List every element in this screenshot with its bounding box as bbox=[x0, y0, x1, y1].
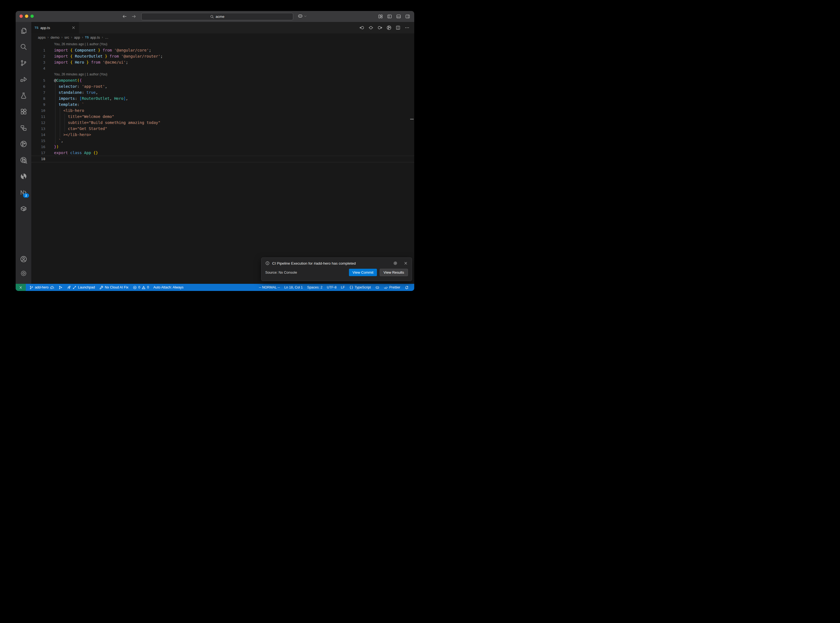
line-number[interactable]: 4 bbox=[31, 66, 45, 71]
code-line-2[interactable]: 2import { RouterOutlet } from '@angular/… bbox=[31, 53, 414, 59]
line-number[interactable]: 8 bbox=[31, 97, 45, 101]
activitybar-item-manage[interactable] bbox=[15, 266, 31, 281]
statusbar-launchpad[interactable]: Launchpad bbox=[65, 284, 97, 291]
toggle-panel-icon[interactable] bbox=[396, 14, 401, 19]
line-number[interactable]: 14 bbox=[31, 133, 45, 137]
line-number[interactable]: 11 bbox=[31, 115, 45, 119]
code-line-12[interactable]: 12 subtitle="Build something amazing tod… bbox=[31, 120, 414, 126]
activitybar-item-gitlens[interactable] bbox=[15, 136, 31, 152]
line-number[interactable]: 3 bbox=[31, 60, 45, 64]
breadcrumb-item-apps[interactable]: apps bbox=[38, 35, 46, 40]
line-number[interactable]: 17 bbox=[31, 151, 45, 155]
code-line-1[interactable]: 1import { Component } from '@angular/cor… bbox=[31, 47, 414, 53]
code-line-10[interactable]: 10 <lib-hero bbox=[31, 107, 414, 114]
code-line-9[interactable]: 9 template: ` bbox=[31, 101, 414, 107]
remote-indicator[interactable] bbox=[15, 284, 26, 291]
git-blame-annotation[interactable]: You, 26 minutes ago | 1 author (You) bbox=[31, 71, 414, 77]
activitybar-item-source-control[interactable] bbox=[15, 55, 31, 71]
code-line-17[interactable]: 17export class App {} bbox=[31, 150, 414, 156]
git-blame-annotation[interactable]: You, 26 minutes ago | 1 author (You) bbox=[31, 41, 414, 47]
line-number[interactable]: 16 bbox=[31, 145, 45, 149]
statusbar-eol[interactable]: LF bbox=[339, 284, 347, 291]
statusbar-encoding[interactable]: UTF-8 bbox=[324, 284, 338, 291]
line-number[interactable]: 5 bbox=[31, 78, 45, 83]
notification-close-icon[interactable] bbox=[404, 261, 408, 265]
breadcrumb-item-app[interactable]: app bbox=[74, 35, 80, 40]
activitybar-item-run-and-debug[interactable] bbox=[15, 71, 31, 87]
close-tab-icon[interactable] bbox=[71, 26, 76, 30]
activitybar-item-gitlens-inspect[interactable] bbox=[15, 152, 31, 168]
line-number[interactable]: 2 bbox=[31, 54, 45, 58]
code-line-3[interactable]: 3import { Hero } from '@acme/ui'; bbox=[31, 59, 414, 65]
code-line-15[interactable]: 15 `, bbox=[31, 138, 414, 144]
next-change-icon[interactable] bbox=[378, 25, 382, 30]
customize-layout-icon[interactable] bbox=[378, 14, 383, 19]
line-content: template: ` bbox=[45, 102, 84, 107]
code-line-4[interactable]: 4 bbox=[31, 65, 414, 71]
close-window-button[interactable] bbox=[20, 15, 23, 18]
activitybar-item-search[interactable] bbox=[15, 39, 31, 55]
statusbar-nx-cloud-ai-fix[interactable]: Nx Cloud AI Fix bbox=[97, 284, 131, 291]
forward-icon[interactable] bbox=[131, 14, 136, 19]
activitybar-item-extensions[interactable] bbox=[15, 103, 31, 120]
line-number[interactable]: 13 bbox=[31, 127, 45, 131]
toggle-primary-sidebar-icon[interactable] bbox=[387, 14, 392, 19]
line-number[interactable]: 12 bbox=[31, 121, 45, 125]
statusbar-language-mode[interactable]: {}TypeScript bbox=[347, 284, 373, 291]
line-number[interactable]: 18 bbox=[31, 157, 45, 161]
activitybar-item-explorer[interactable] bbox=[15, 23, 31, 39]
statusbar-indentation[interactable]: Spaces: 2 bbox=[305, 284, 325, 291]
code-line-5[interactable]: 5@Component({ bbox=[31, 77, 414, 83]
statusbar-commit-graph[interactable] bbox=[56, 284, 65, 291]
breadcrumb-item-demo[interactable]: demo bbox=[51, 35, 60, 40]
line-number[interactable]: 7 bbox=[31, 91, 45, 95]
code-line-16[interactable]: 16}) bbox=[31, 144, 414, 150]
code-line-8[interactable]: 8 imports: [RouterOutlet, Hero], bbox=[31, 95, 414, 101]
statusbar-formatter[interactable]: Prettier bbox=[382, 284, 402, 291]
breadcrumb-file[interactable]: TSapp.ts bbox=[85, 35, 100, 40]
statusbar-cursor-position[interactable]: Ln 18, Col 1 bbox=[282, 284, 305, 291]
commit-graph-icon[interactable] bbox=[387, 25, 392, 30]
copilot-menu[interactable] bbox=[298, 14, 307, 18]
open-changes-icon[interactable] bbox=[369, 25, 373, 30]
code-line-7[interactable]: 7 standalone: true, bbox=[31, 89, 414, 95]
code-line-18[interactable]: 18 bbox=[31, 156, 414, 162]
line-number[interactable]: 1 bbox=[31, 48, 45, 52]
code-line-6[interactable]: 6 selector: 'app-root', bbox=[31, 83, 414, 89]
activitybar-item-container-tools[interactable] bbox=[15, 201, 31, 216]
code-line-11[interactable]: 11 title="Welcmoe demo" bbox=[31, 114, 414, 120]
activitybar-item-project-graph[interactable] bbox=[15, 120, 31, 136]
breadcrumb-item-src[interactable]: src bbox=[64, 35, 69, 40]
code-line-14[interactable]: 14 ></lib-hero> bbox=[31, 132, 414, 138]
toggle-secondary-sidebar-icon[interactable] bbox=[405, 14, 410, 19]
statusbar-label: LF bbox=[341, 285, 345, 289]
view-results-button[interactable]: View Results bbox=[380, 269, 408, 276]
tab-app-ts[interactable]: TS app.ts bbox=[31, 22, 79, 34]
view-commit-button[interactable]: View Commit bbox=[349, 269, 377, 276]
activitybar-item-nx-console[interactable]: 2 bbox=[15, 184, 31, 201]
line-number[interactable]: 10 bbox=[31, 109, 45, 113]
line-number[interactable]: 15 bbox=[31, 139, 45, 143]
breadcrumb-symbol[interactable]: … bbox=[105, 35, 108, 40]
activitybar-item-accounts[interactable] bbox=[15, 252, 31, 266]
activitybar-item-testing[interactable] bbox=[15, 87, 31, 103]
statusbar-notifications-bell[interactable] bbox=[402, 284, 411, 291]
code-editor[interactable]: You, 26 minutes ago | 1 author (You)1imp… bbox=[31, 41, 414, 284]
statusbar-copilot-status[interactable] bbox=[373, 284, 382, 291]
line-number[interactable]: 6 bbox=[31, 84, 45, 89]
code-line-13[interactable]: 13 cta="Get Started" bbox=[31, 126, 414, 132]
minimize-window-button[interactable] bbox=[25, 15, 28, 18]
zoom-window-button[interactable] bbox=[31, 15, 34, 18]
activitybar-item-console-ninja[interactable] bbox=[15, 168, 31, 184]
line-number[interactable]: 9 bbox=[31, 103, 45, 107]
statusbar-vim-mode[interactable]: -- NORMAL -- bbox=[257, 284, 282, 291]
back-icon[interactable] bbox=[122, 14, 127, 19]
statusbar-auto-attach[interactable]: Auto Attach: Always bbox=[151, 284, 186, 291]
statusbar-branch[interactable]: add-hero bbox=[27, 284, 56, 291]
previous-change-icon[interactable] bbox=[359, 25, 364, 30]
statusbar-problems[interactable]: 00 bbox=[131, 284, 151, 291]
split-editor-icon[interactable] bbox=[396, 25, 401, 30]
notification-settings-icon[interactable] bbox=[393, 261, 398, 265]
more-actions-icon[interactable] bbox=[405, 25, 410, 30]
command-center-search[interactable]: acme bbox=[141, 13, 293, 20]
